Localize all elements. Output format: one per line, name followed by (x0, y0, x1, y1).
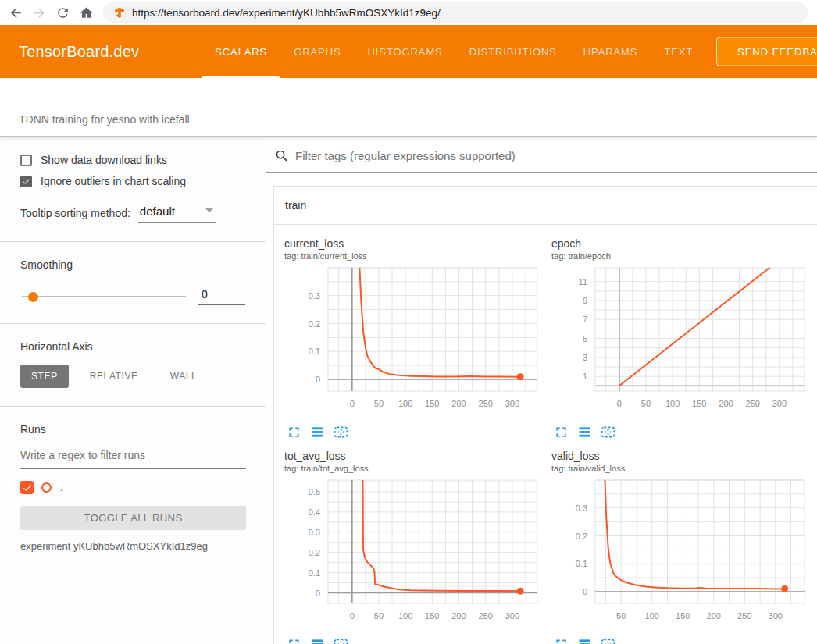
axis-button-wall[interactable]: WALL (159, 365, 209, 388)
chart-tag: tag: train/epoch (551, 251, 817, 261)
app-header: TensorBoard.dev SCALARSGRAPHSHISTOGRAMSD… (0, 25, 817, 78)
home-icon (79, 5, 94, 20)
runs-regex-input[interactable]: Write a regex to filter runs (20, 449, 246, 469)
experiment-note: experiment yKUbhb5wRmOSXYkId1z9eg (20, 540, 245, 552)
svg-text:150: 150 (425, 611, 439, 621)
back-button[interactable] (5, 2, 27, 23)
chart-title: epoch (551, 237, 817, 250)
runs-selector-button[interactable] (309, 424, 326, 440)
expand-chart-button[interactable] (553, 424, 569, 440)
chart-toolbar (286, 424, 551, 440)
runs-selector-button[interactable] (309, 636, 326, 644)
svg-text:250: 250 (737, 611, 751, 621)
svg-text:100: 100 (398, 611, 412, 621)
train-group-header[interactable]: train (274, 187, 817, 225)
chart-title: current_loss (284, 237, 551, 250)
fit-domain-icon (600, 636, 616, 644)
filter-tags-placeholder: Filter tags (regular expressions support… (295, 149, 516, 162)
url-text: https://tensorboard.dev/experiment/yKUbh… (132, 7, 441, 19)
line-chart[interactable]: 05010015020025030000.10.20.3 (284, 264, 544, 420)
svg-text:0.2: 0.2 (309, 548, 320, 557)
filter-tags-input[interactable]: Filter tags (regular expressions support… (266, 137, 817, 173)
runs-selector-icon (576, 636, 593, 644)
send-feedback-button[interactable]: SEND FEEDBACK (716, 37, 817, 66)
expand-chart-icon (553, 424, 569, 440)
svg-text:300: 300 (505, 611, 519, 621)
svg-text:150: 150 (425, 399, 439, 408)
smoothing-slider[interactable] (22, 296, 186, 297)
app-title: TensorBoard.dev (0, 43, 139, 61)
run-name: . (60, 482, 63, 493)
browser-toolbar: https://tensorboard.dev/experiment/yKUbh… (0, 0, 817, 25)
chart-title: valid_loss (551, 450, 817, 462)
svg-text:150: 150 (692, 399, 706, 408)
tab-histograms[interactable]: HISTOGRAMS (355, 25, 456, 78)
tab-distributions[interactable]: DISTRIBUTIONS (456, 25, 570, 78)
experiment-bar: TDNN training for yesno with icefall (0, 78, 817, 137)
expand-chart-button[interactable] (286, 424, 302, 440)
svg-text:0: 0 (316, 375, 320, 384)
divider (0, 406, 266, 407)
expand-chart-icon (553, 636, 569, 644)
svg-text:0: 0 (350, 611, 355, 621)
tab-hparams[interactable]: HPARAMS (570, 25, 651, 78)
fit-domain-button[interactable] (333, 636, 349, 644)
runs-selector-button[interactable] (576, 636, 593, 644)
svg-text:250: 250 (479, 399, 493, 408)
reload-icon (55, 5, 70, 20)
line-chart[interactable]: 0501001502002503001357911 (551, 264, 811, 420)
chart-toolbar (553, 636, 817, 644)
svg-text:0.3: 0.3 (576, 503, 587, 513)
svg-text:100: 100 (665, 399, 680, 408)
tooltip-sort-select[interactable]: default (138, 205, 216, 223)
tab-scalars[interactable]: SCALARS (202, 25, 280, 78)
expand-chart-button[interactable] (553, 636, 569, 644)
show-download-links-row[interactable]: Show data download links (20, 154, 266, 166)
axis-button-relative[interactable]: RELATIVE (79, 365, 149, 388)
show-download-links-checkbox[interactable] (20, 155, 32, 166)
svg-text:300: 300 (505, 399, 519, 408)
run-checkbox[interactable] (20, 481, 34, 494)
group-label: train (285, 199, 306, 212)
divider (0, 241, 266, 242)
svg-text:9: 9 (583, 296, 587, 305)
chart-tag: tag: train/valid_loss (551, 464, 817, 473)
svg-text:200: 200 (707, 611, 721, 621)
svg-text:0.3: 0.3 (309, 291, 320, 301)
svg-text:0.1: 0.1 (309, 347, 320, 356)
ignore-outliers-checkbox[interactable] (20, 176, 32, 187)
reload-button[interactable] (52, 2, 73, 23)
tab-text[interactable]: TEXT (651, 25, 706, 78)
fit-domain-button[interactable] (333, 424, 349, 440)
smoothing-value-input[interactable]: 0 (198, 288, 245, 305)
chart-tag: tag: train/current_loss (284, 251, 551, 261)
horizontal-axis-label: Horizontal Axis (20, 340, 266, 353)
fit-domain-button[interactable] (600, 636, 616, 644)
svg-text:100: 100 (645, 611, 659, 621)
expand-chart-button[interactable] (286, 636, 302, 644)
forward-arrow-icon (32, 5, 47, 20)
address-bar[interactable]: https://tensorboard.dev/experiment/yKUbh… (103, 2, 808, 23)
axis-button-step[interactable]: STEP (20, 365, 69, 388)
home-button[interactable] (75, 2, 97, 23)
fit-domain-button[interactable] (600, 424, 616, 440)
forward-button[interactable] (28, 2, 50, 23)
toggle-all-runs-button[interactable]: TOGGLE ALL RUNS (20, 506, 246, 530)
chart-tag: tag: train/tot_avg_loss (284, 464, 551, 473)
slider-thumb[interactable] (28, 292, 38, 302)
svg-text:300: 300 (772, 399, 787, 408)
line-chart[interactable]: 05010015020025030000.10.20.30.40.5 (284, 476, 544, 632)
svg-text:11: 11 (579, 277, 587, 286)
svg-text:0: 0 (316, 589, 320, 598)
back-arrow-icon (9, 5, 23, 20)
check-icon (22, 482, 33, 493)
runs-selector-button[interactable] (576, 424, 593, 440)
svg-text:50: 50 (616, 611, 626, 621)
tab-graphs[interactable]: GRAPHS (280, 25, 354, 78)
ignore-outliers-row[interactable]: Ignore outliers in chart scaling (20, 175, 266, 187)
main-panel: Filter tags (regular expressions support… (266, 137, 817, 644)
chart-card-valid_loss: valid_losstag: train/valid_loss501001502… (551, 450, 817, 644)
run-row[interactable]: . (20, 481, 245, 494)
checkbox-label: Show data download links (41, 154, 167, 166)
line-chart[interactable]: 5010015020025030000.10.20.3 (551, 476, 811, 632)
